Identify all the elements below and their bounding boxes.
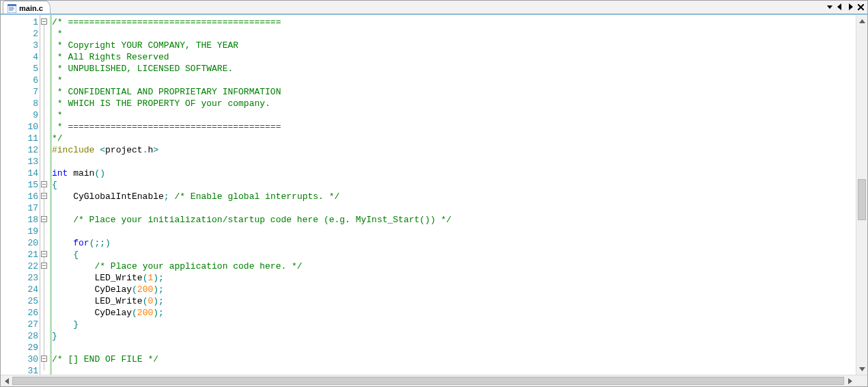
scroll-down-icon[interactable] xyxy=(856,363,867,375)
line-number: 2 xyxy=(1,28,40,40)
fold-cell xyxy=(40,86,50,98)
code-line[interactable] xyxy=(52,156,856,168)
line-number: 10 xyxy=(1,121,40,133)
line-number: 25 xyxy=(1,295,40,307)
code-line[interactable]: } xyxy=(52,319,856,330)
code-line[interactable] xyxy=(52,342,856,353)
code-line[interactable]: /* Place your application code here. */ xyxy=(52,261,856,272)
code-line[interactable]: */ xyxy=(52,133,856,144)
line-number: 11 xyxy=(1,133,40,144)
fold-cell xyxy=(40,191,50,202)
code-line[interactable]: int main() xyxy=(52,168,856,179)
code-line[interactable]: CyDelay(200); xyxy=(52,307,856,319)
code-line[interactable]: LED_Write(1); xyxy=(52,272,856,284)
code-line[interactable]: * WHICH IS THE PROPERTY OF your company. xyxy=(52,98,856,109)
line-number: 14 xyxy=(1,168,40,179)
code-line[interactable]: * CONFIDENTIAL AND PROPRIETARY INFORMATI… xyxy=(52,86,856,98)
line-number: 28 xyxy=(1,330,40,342)
fold-toggle-icon[interactable] xyxy=(41,216,47,222)
line-number: 26 xyxy=(1,307,40,319)
svg-rect-1 xyxy=(8,4,16,6)
fold-cell xyxy=(40,168,50,179)
line-number: 22 xyxy=(1,261,40,272)
fold-toggle-icon[interactable] xyxy=(41,356,47,362)
scroll-right-icon[interactable] xyxy=(844,375,856,387)
tab-next-icon[interactable] xyxy=(846,2,854,12)
code-line[interactable]: /* Place your initialization/startup cod… xyxy=(52,214,856,226)
code-line[interactable] xyxy=(52,365,856,375)
close-icon[interactable] xyxy=(856,2,865,12)
code-line[interactable] xyxy=(52,226,856,237)
fold-toggle-icon[interactable] xyxy=(41,181,47,187)
scroll-up-icon[interactable] xyxy=(856,15,867,27)
code-editor[interactable]: /* =====================================… xyxy=(50,15,856,375)
scroll-left-icon[interactable] xyxy=(1,375,12,387)
code-line[interactable]: * xyxy=(52,109,856,121)
line-number: 8 xyxy=(1,98,40,109)
code-line[interactable]: LED_Write(0); xyxy=(52,295,856,307)
code-line[interactable] xyxy=(52,202,856,214)
line-number: 31 xyxy=(1,365,40,375)
svg-marker-12 xyxy=(5,378,9,384)
line-number: 12 xyxy=(1,144,40,156)
fold-toggle-icon[interactable] xyxy=(41,251,47,257)
line-number: 24 xyxy=(1,284,40,295)
code-line[interactable]: * xyxy=(52,28,856,40)
line-number: 30 xyxy=(1,353,40,365)
code-line[interactable]: CyGlobalIntEnable; /* Enable global inte… xyxy=(52,191,856,202)
code-line[interactable]: /* =====================================… xyxy=(52,16,856,28)
fold-cell xyxy=(40,179,50,191)
line-number: 9 xyxy=(1,109,40,121)
svg-marker-10 xyxy=(859,19,865,23)
vertical-scroll-thumb[interactable] xyxy=(858,179,866,220)
line-number: 7 xyxy=(1,86,40,98)
tab-main-c[interactable]: main.c xyxy=(3,1,51,14)
fold-cell xyxy=(40,284,50,295)
fold-cell xyxy=(40,98,50,109)
fold-cell xyxy=(40,28,50,40)
code-line[interactable]: * All Rights Reserved xyxy=(52,51,856,63)
fold-gutter[interactable] xyxy=(40,15,50,375)
fold-toggle-icon[interactable] xyxy=(41,18,47,25)
code-line[interactable]: * ======================================… xyxy=(52,121,856,133)
horizontal-scroll-track[interactable] xyxy=(12,375,844,386)
fold-cell xyxy=(40,342,50,353)
fold-cell xyxy=(40,261,50,272)
vertical-scrollbar[interactable] xyxy=(856,15,867,375)
code-line[interactable]: } xyxy=(52,330,856,342)
fold-toggle-icon[interactable] xyxy=(41,193,47,199)
line-number: 3 xyxy=(1,40,40,51)
code-line[interactable]: { xyxy=(52,179,856,191)
svg-marker-6 xyxy=(837,3,841,10)
tab-controls xyxy=(826,2,865,12)
code-line[interactable]: * xyxy=(52,75,856,86)
line-number: 5 xyxy=(1,63,40,75)
fold-cell xyxy=(40,319,50,330)
code-line[interactable]: for(;;) xyxy=(52,237,856,249)
fold-cell xyxy=(40,144,50,156)
fold-cell xyxy=(40,307,50,319)
code-line[interactable]: /* [] END OF FILE */ xyxy=(52,353,856,365)
tab-prev-icon[interactable] xyxy=(836,2,844,12)
tab-menu-icon[interactable] xyxy=(826,2,834,12)
svg-marker-11 xyxy=(859,367,865,371)
line-number: 17 xyxy=(1,202,40,214)
tab-label: main.c xyxy=(19,4,43,12)
line-number: 19 xyxy=(1,226,40,237)
code-line[interactable]: * Copyright YOUR COMPANY, THE YEAR xyxy=(52,40,856,51)
fold-cell xyxy=(40,156,50,168)
line-number-gutter[interactable]: 1234567891011121314151617181920212223242… xyxy=(1,15,40,375)
fold-cell xyxy=(40,63,50,75)
editor-window: main.c 123456789101112131415161718192021… xyxy=(0,0,868,387)
fold-cell xyxy=(40,133,50,144)
code-line[interactable]: #include <project.h> xyxy=(52,144,856,156)
line-number: 4 xyxy=(1,51,40,63)
code-line[interactable]: CyDelay(200); xyxy=(52,284,856,295)
line-number: 15 xyxy=(1,179,40,191)
fold-cell xyxy=(40,272,50,284)
horizontal-scrollbar[interactable] xyxy=(1,375,867,386)
fold-toggle-icon[interactable] xyxy=(41,263,47,269)
code-line[interactable]: { xyxy=(52,249,856,261)
code-line[interactable]: * UNPUBLISHED, LICENSED SOFTWARE. xyxy=(52,63,856,75)
horizontal-scroll-thumb[interactable] xyxy=(12,377,844,385)
